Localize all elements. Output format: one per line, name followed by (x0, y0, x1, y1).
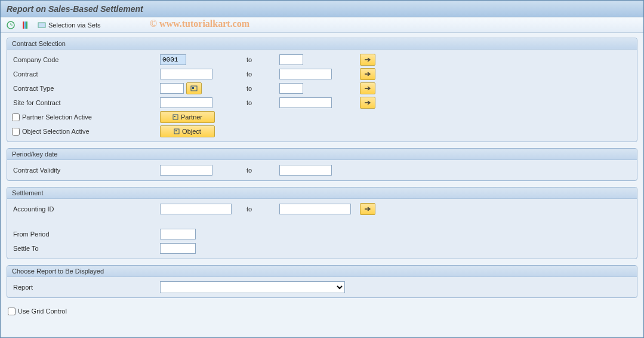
row-validity: Contract Validity to (11, 163, 633, 177)
svg-rect-8 (192, 87, 194, 89)
svg-rect-12 (175, 130, 177, 131)
group-report: Choose Report to Be Displayed Report (7, 265, 637, 298)
contract-type-help-button[interactable] (186, 82, 202, 94)
row-contract: Contract to (11, 67, 633, 81)
contract-label: Contract (11, 70, 160, 78)
company-code-input[interactable] (160, 54, 186, 65)
content-area: Contract Selection Company Code to Contr… (1, 33, 643, 337)
row-report: Report (11, 280, 633, 294)
title-bar: Report on Sales-Based Settlement (1, 1, 643, 17)
svg-rect-4 (24, 21, 26, 29)
svg-rect-6 (38, 23, 45, 27)
validity-label: Contract Validity (11, 167, 160, 174)
group-report-title: Choose Report to Be Displayed (7, 266, 637, 277)
from-period-label: From Period (11, 231, 160, 238)
accounting-id-multi-button[interactable] (360, 203, 375, 215)
object-button[interactable]: Object (160, 125, 215, 137)
validity-to-input[interactable] (279, 165, 332, 176)
site-input[interactable] (160, 97, 212, 108)
expand-icon (174, 128, 180, 134)
use-grid-checkbox[interactable] (8, 308, 16, 315)
row-contract-type: Contract Type to (11, 81, 633, 96)
partner-selection-label: Partner Selection Active (22, 113, 92, 121)
to-label: to (241, 70, 279, 78)
company-code-multi-button[interactable] (360, 54, 375, 66)
execute-icon[interactable] (5, 20, 16, 30)
contract-input[interactable] (160, 69, 212, 79)
site-label: Site for Contract (11, 99, 160, 106)
group-settlement: Settlement Accounting ID to From Period … (7, 187, 637, 259)
row-object-sel: Object Selection Active Object (11, 124, 633, 139)
object-button-label: Object (182, 128, 201, 135)
group-period-title: Period/key date (7, 149, 637, 160)
to-label: to (241, 85, 279, 92)
svg-rect-5 (26, 21, 27, 29)
validity-from-input[interactable] (160, 165, 212, 176)
object-selection-checkbox[interactable] (12, 128, 20, 136)
accounting-id-to-input[interactable] (279, 204, 351, 214)
row-from-period: From Period (11, 227, 633, 241)
contract-type-to-input[interactable] (279, 83, 303, 94)
report-select[interactable] (160, 281, 345, 293)
row-use-grid: Use Grid Control (7, 304, 637, 318)
contract-to-input[interactable] (279, 69, 332, 79)
contract-type-multi-button[interactable] (360, 82, 375, 94)
app-toolbar: Selection via Sets (1, 17, 643, 33)
partner-button[interactable]: Partner (160, 111, 215, 123)
expand-icon (172, 114, 178, 120)
to-label: to (241, 56, 279, 63)
partner-button-label: Partner (181, 113, 202, 121)
to-label: to (241, 99, 279, 106)
variant-icon[interactable] (20, 20, 30, 30)
company-code-to-input[interactable] (279, 54, 303, 65)
row-settle-to: Settle To (11, 241, 633, 256)
from-period-input[interactable] (160, 229, 196, 239)
object-selection-label: Object Selection Active (22, 128, 90, 135)
group-settlement-title: Settlement (7, 188, 637, 199)
row-company-code: Company Code to (11, 53, 633, 67)
group-period: Period/key date Contract Validity to (7, 148, 637, 181)
accounting-id-from-input[interactable] (160, 204, 232, 214)
row-partner-sel: Partner Selection Active Partner (11, 110, 633, 124)
contract-type-label: Contract Type (11, 85, 160, 92)
to-label: to (241, 167, 279, 174)
site-multi-button[interactable] (360, 97, 375, 109)
settle-to-input[interactable] (160, 243, 196, 254)
accounting-id-label: Accounting ID (11, 205, 160, 213)
contract-multi-button[interactable] (360, 68, 375, 80)
use-grid-label: Use Grid Control (18, 308, 67, 315)
site-to-input[interactable] (279, 97, 332, 108)
page-title: Report on Sales-Based Settlement (7, 4, 143, 14)
row-site: Site for Contract to (11, 96, 633, 110)
selection-via-sets-button[interactable]: Selection via Sets (34, 19, 104, 31)
svg-rect-3 (23, 21, 24, 29)
group-contract-selection: Contract Selection Company Code to Contr… (7, 38, 637, 142)
partner-selection-checkbox[interactable] (12, 113, 20, 121)
svg-rect-10 (174, 116, 175, 117)
company-code-label: Company Code (11, 56, 160, 63)
settle-to-label: Settle To (11, 245, 160, 252)
group-contract-title: Contract Selection (7, 38, 637, 50)
row-accounting-id: Accounting ID to (11, 202, 633, 216)
selection-via-sets-label: Selection via Sets (48, 21, 100, 29)
report-label: Report (11, 284, 160, 291)
contract-type-input[interactable] (160, 83, 184, 94)
to-label: to (241, 205, 279, 213)
